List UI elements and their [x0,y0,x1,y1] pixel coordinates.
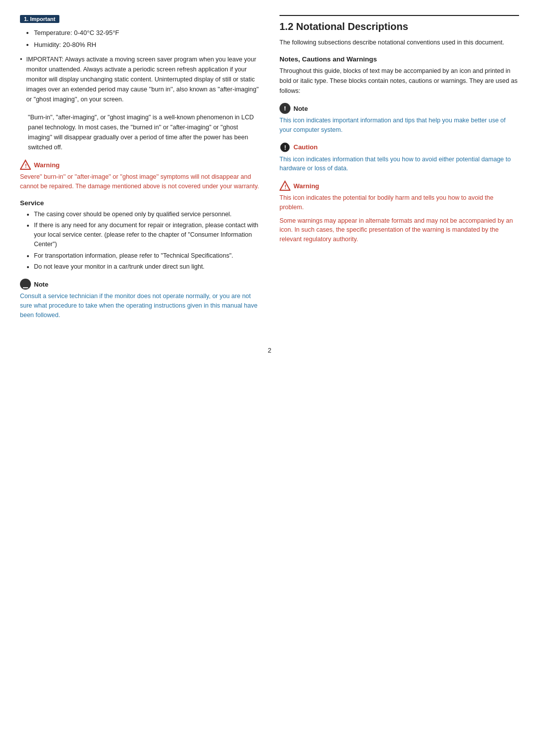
note-block-right: Note This icon indicates important infor… [279,103,519,135]
intro-text-right: The following subsections describe notat… [279,37,519,47]
warning-text1-right: This icon indicates the potential for bo… [279,193,519,212]
warning-block-right: ! Warning This icon indicates the potent… [279,180,519,244]
warning-header-right: ! Warning [279,180,519,191]
warning-icon-left: ! [20,159,31,170]
important-text: IMPORTANT: Always activate a moving scre… [26,54,260,104]
note-header-left: ⎯ Note [20,279,260,290]
note-icon-right [279,103,290,114]
service-item-4: Do not leave your monitor in a car/trunk… [34,262,260,272]
burn-in-text: "Burn-in", "after-imaging", or "ghost im… [28,114,254,151]
warning-block-left: ! Warning Severe'' burn-in'' or ''after-… [20,159,260,191]
note-label-left: Note [34,281,48,288]
note-label-right: Note [293,105,308,112]
warning-text2-right: Some warnings may appear in alternate fo… [279,216,519,244]
caution-block-right: ! Caution This icon indicates informatio… [279,142,519,174]
notes-intro-right: Throughout this guide, blocks of text ma… [279,66,519,96]
caution-text-right: This icon indicates information that tel… [279,155,519,174]
svg-rect-4 [284,109,285,110]
section-badge: 1. Important [20,15,59,23]
service-item-1: The casing cover should be opened only b… [34,210,260,219]
note-block-left: ⎯ Note Consult a service technician if t… [20,279,260,320]
section-title-right: 1.2 Notational Descriptions [279,21,519,32]
svg-text:!: ! [284,144,286,151]
warning-text-left: Severe'' burn-in'' or ''after-image'' or… [20,172,260,191]
warning-label-right: Warning [293,182,319,190]
page-container: 1. Important Temperature: 0-40°C 32-95°F… [20,15,519,327]
svg-rect-3 [284,106,285,109]
note-text-left: Consult a service technician if the moni… [20,292,260,320]
service-item-2: If there is any need for any document fo… [34,221,260,249]
svg-text:!: ! [25,163,27,169]
svg-text:!: ! [284,184,286,190]
caution-header-right: ! Caution [279,142,519,153]
left-column: 1. Important Temperature: 0-40°C 32-95°F… [20,15,260,327]
temp-humidity-list: Temperature: 0-40°C 32-95°F Humidity: 20… [20,28,260,49]
warning-label-left: Warning [34,161,60,169]
right-column: 1.2 Notational Descriptions The followin… [279,15,519,327]
notes-subtitle-right: Notes, Cautions and Warnings [279,55,519,63]
service-title: Service [20,199,260,207]
caution-label-right: Caution [293,143,317,151]
important-block: • IMPORTANT: Always activate a moving sc… [20,54,260,108]
service-section: Service The casing cover should be opene… [20,199,260,272]
temp-item: Temperature: 0-40°C 32-95°F [34,28,260,38]
note-text-right: This icon indicates important informatio… [279,116,519,135]
service-list: The casing cover should be opened only b… [20,210,260,272]
warning-icon-right: ! [279,180,290,191]
note-header-right: Note [279,103,519,114]
caution-icon-right: ! [279,142,290,153]
humidity-item: Humidity: 20-80% RH [34,40,260,50]
important-bullet: • [20,55,22,63]
page-number: 2 [20,347,519,354]
note-icon-left: ⎯ [20,279,31,290]
warning-header-left: ! Warning [20,159,260,170]
burn-in-block: "Burn-in", "after-imaging", or "ghost im… [28,112,260,152]
service-item-3: For transportation information, please r… [34,251,260,261]
